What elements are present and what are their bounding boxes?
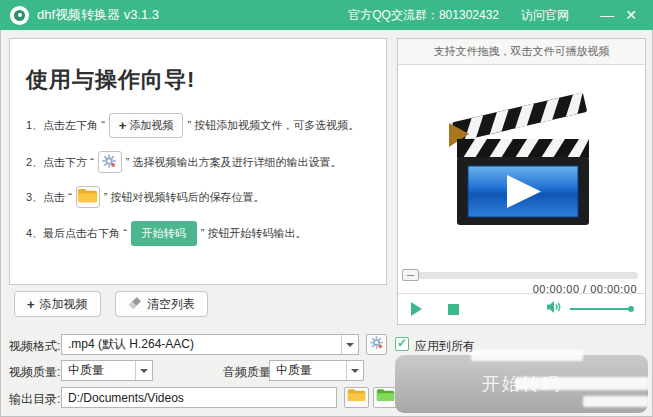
guide-step-2: 2、点击下方 “ ” 选择视频输出方案及进行详细的输出设 bbox=[26, 151, 372, 173]
guide-step-3: 3、点击 “ ” 按钮对视频转码后的保存位置。 bbox=[26, 186, 372, 208]
browse-folder-button[interactable] bbox=[344, 387, 369, 408]
audio-quality-dropdown[interactable]: 中质量 bbox=[269, 360, 364, 381]
guide-title: 使用与操作向导! bbox=[26, 65, 372, 95]
format-settings-button[interactable] bbox=[366, 334, 387, 355]
redaction-streak bbox=[515, 377, 649, 390]
inline-settings-button[interactable] bbox=[98, 151, 122, 173]
minimize-button[interactable]: — bbox=[595, 0, 619, 30]
video-format-label: 视频格式: bbox=[9, 338, 60, 355]
check-icon: ✓ bbox=[397, 337, 407, 349]
step1-text-post: ” 按钮添加视频文件，可多选视频。 bbox=[187, 118, 359, 133]
player-controls bbox=[398, 293, 645, 324]
guide-step-1: 1、点击左下角 “ + 添加视频 ” 按钮添加视频文件，可多选视频。 bbox=[26, 113, 372, 138]
add-video-label: 添加视频 bbox=[40, 296, 88, 313]
video-quality-dropdown[interactable]: 中质量 bbox=[61, 360, 153, 381]
folder-icon bbox=[77, 188, 98, 206]
guide-step-4: 4、最后点击右下角 “ 开始转码 ” 按钮开始转码输出。 bbox=[26, 221, 372, 246]
player-panel[interactable]: 支持文件拖拽，双击文件可播放视频 bbox=[397, 38, 646, 325]
step3-text-post: ” 按钮对视频转码后的保存位置。 bbox=[104, 190, 265, 205]
clear-list-button[interactable]: 清空列表 bbox=[115, 291, 208, 317]
redaction-streak bbox=[583, 396, 649, 407]
eraser-icon bbox=[128, 296, 142, 313]
folder-icon bbox=[347, 388, 366, 407]
volume-icon[interactable] bbox=[546, 300, 562, 318]
start-transcode-button[interactable]: 开始转码 bbox=[395, 355, 648, 413]
close-button[interactable]: ✕ bbox=[619, 0, 643, 30]
redaction-streak bbox=[471, 350, 583, 361]
folder-open-icon bbox=[376, 388, 395, 407]
step2-text-post: ” 选择视频输出方案及进行详细的输出设置。 bbox=[126, 155, 342, 170]
dropdown-arrow-box[interactable] bbox=[346, 361, 363, 380]
plus-icon: + bbox=[27, 298, 35, 311]
volume-handle[interactable] bbox=[628, 306, 634, 312]
stop-button[interactable] bbox=[448, 304, 459, 315]
inline-start-transcode-button[interactable]: 开始转码 bbox=[131, 221, 197, 246]
progress-slider[interactable] bbox=[405, 272, 638, 279]
plus-icon: + bbox=[119, 119, 127, 132]
apply-all-label: 应用到所有 bbox=[415, 338, 475, 355]
clapperboard-icon bbox=[447, 87, 597, 241]
guide-panel: 使用与操作向导! 1、点击左下角 “ + 添加视频 ” 按钮添加视频文件，可多选… bbox=[9, 38, 387, 285]
step4-text-post: ” 按钮开始转码输出。 bbox=[201, 226, 307, 241]
inline-add-video-label: 添加视频 bbox=[129, 118, 173, 133]
step1-text-pre: 1、点击左下角 “ bbox=[26, 118, 105, 133]
title-bar: dhf视频转换器 v3.1.3 官方QQ交流群：801302432 访问官网 —… bbox=[0, 0, 653, 30]
step2-text-pre: 2、点击下方 “ bbox=[26, 155, 94, 170]
video-quality-value: 中质量 bbox=[62, 362, 135, 379]
video-format-value: .mp4 (默认 H.264-AAC) bbox=[62, 336, 341, 353]
dropdown-arrow-box[interactable] bbox=[135, 361, 152, 380]
chevron-down-icon bbox=[140, 369, 148, 373]
inline-folder-button[interactable] bbox=[76, 186, 100, 208]
dropdown-arrow-box[interactable] bbox=[341, 335, 358, 354]
video-format-dropdown[interactable]: .mp4 (默认 H.264-AAC) bbox=[61, 334, 359, 355]
app-window: dhf视频转换器 v3.1.3 官方QQ交流群：801302432 访问官网 —… bbox=[0, 0, 653, 417]
app-title: dhf视频转换器 v3.1.3 bbox=[37, 6, 159, 24]
output-dir-input[interactable] bbox=[61, 387, 337, 408]
play-button[interactable] bbox=[411, 302, 422, 316]
add-video-button[interactable]: + 添加视频 bbox=[14, 291, 101, 317]
qq-group-text: 官方QQ交流群：801302432 bbox=[348, 7, 499, 24]
volume-slider[interactable] bbox=[570, 308, 632, 310]
chevron-down-icon bbox=[346, 343, 354, 347]
output-dir-label: 输出目录: bbox=[9, 391, 60, 408]
apply-all-checkbox[interactable]: ✓ bbox=[395, 337, 409, 351]
visit-website-link[interactable]: 访问官网 bbox=[521, 7, 569, 24]
settings-icon bbox=[370, 336, 384, 354]
clear-list-label: 清空列表 bbox=[147, 296, 195, 313]
video-display-area[interactable] bbox=[398, 65, 645, 263]
inline-add-video-button[interactable]: + 添加视频 bbox=[109, 113, 184, 138]
volume-controls bbox=[546, 300, 632, 318]
step3-text-pre: 3、点击 “ bbox=[26, 190, 72, 205]
video-quality-label: 视频质量: bbox=[9, 364, 60, 381]
drop-hint: 支持文件拖拽，双击文件可播放视频 bbox=[398, 39, 645, 65]
settings-icon bbox=[102, 154, 117, 171]
app-logo-icon bbox=[10, 6, 29, 25]
progress-handle[interactable] bbox=[402, 269, 419, 281]
chevron-down-icon bbox=[351, 369, 359, 373]
audio-quality-value: 中质量 bbox=[270, 362, 346, 379]
audio-quality-label: 音频质量: bbox=[223, 364, 274, 381]
step4-text-pre: 4、最后点击右下角 “ bbox=[26, 226, 127, 241]
